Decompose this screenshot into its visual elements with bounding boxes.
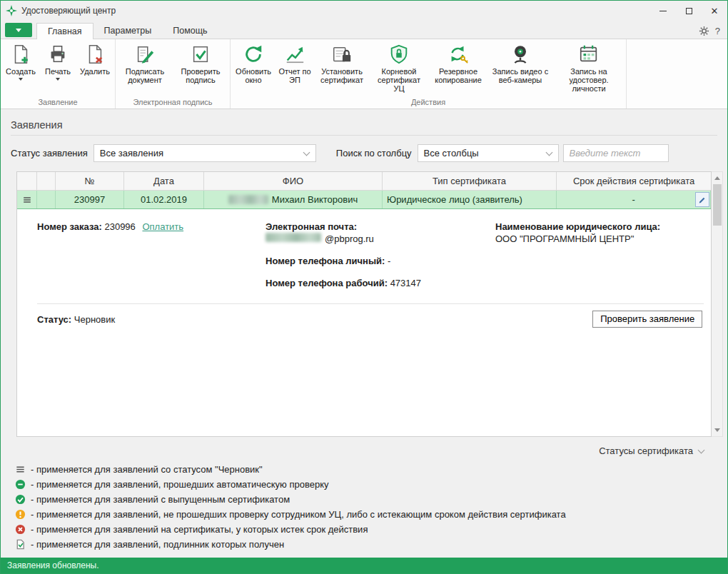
main-area: Заявления Статус заявления Все заявления… [1, 109, 727, 558]
legend-item: - применяется для заявлений со статусом … [15, 462, 717, 477]
expired-status-icon [15, 524, 26, 535]
printer-icon [47, 43, 69, 66]
phone-work-label: Номер телефона рабочий: [266, 278, 388, 288]
status-label: Статус: [37, 314, 71, 325]
ribbon-group-application: Создать Печать Удалить Заявлен [1, 39, 116, 109]
dropdown-caret-icon [56, 78, 60, 81]
email-label: Электронная почта: [266, 221, 495, 233]
email-domain: @pbprog.ru [325, 233, 374, 244]
sign-document-icon [134, 43, 156, 66]
row-edit-button[interactable] [695, 192, 709, 207]
row-validity-cell: - [557, 191, 711, 208]
root-certificate-button[interactable]: Корневой сертификат УЦ [369, 40, 429, 97]
page-title: Заявления [11, 119, 717, 131]
table-row[interactable]: 230997 01.02.2019 Михаил Викторович Юрид… [17, 191, 711, 209]
draft-status-icon [15, 464, 26, 475]
title-bar: Удостоверяющий центр ✕ [1, 1, 727, 21]
legend-toggle[interactable]: Статусы сертификата [5, 445, 704, 456]
id-record-icon [578, 43, 600, 66]
chevron-down-icon [303, 148, 310, 156]
install-certificate-button[interactable]: Установить сертификат [315, 40, 369, 97]
pencil-icon [698, 196, 707, 204]
shield-lock-icon [388, 43, 410, 66]
status-value: Черновик [74, 314, 115, 325]
help-icon[interactable]: ? [715, 26, 720, 36]
applications-table: № Дата ФИО Тип сертификата Срок действия… [16, 171, 712, 437]
check-application-button[interactable]: Проверить заявление [592, 311, 702, 328]
row-cert-type-cell: Юридическое лицо (заявитель) [383, 191, 557, 208]
webcam-icon [510, 43, 531, 66]
ribbon-group-label: Действия [232, 97, 625, 109]
status-filter-label: Статус заявления [11, 148, 88, 158]
vertical-scrollbar[interactable] [712, 171, 723, 437]
maximize-button[interactable] [676, 1, 702, 21]
tab-parameters[interactable]: Параметры [93, 23, 163, 39]
number-column-header[interactable]: № [56, 172, 124, 190]
filter-bar: Статус заявления Все заявления Поиск по … [11, 144, 717, 162]
backup-icon [448, 43, 469, 66]
phone-work-value: 473147 [390, 278, 421, 288]
fio-column-header[interactable]: ФИО [204, 172, 383, 190]
search-input[interactable] [563, 144, 669, 162]
status-column-header[interactable] [17, 172, 37, 190]
tab-help[interactable]: Помощь [162, 23, 218, 39]
issued-status-icon [15, 494, 26, 505]
sign-document-button[interactable]: Подписать документ [117, 40, 173, 97]
print-button[interactable]: Печать [39, 40, 76, 97]
delete-button[interactable]: Удалить [76, 40, 113, 97]
gear-icon[interactable] [699, 26, 709, 36]
legend-item: - применяется для заявлений, прошедших а… [15, 477, 717, 492]
tab-home[interactable]: Главная [36, 23, 93, 39]
backup-button[interactable]: Резервное копирование [429, 40, 487, 97]
row-number-cell: 230997 [56, 191, 124, 208]
create-button[interactable]: Создать [2, 40, 39, 97]
redacted-surname [228, 195, 268, 204]
validity-column-header[interactable]: Срок действия сертификата [557, 172, 711, 190]
redacted-email-prefix [266, 233, 321, 242]
refresh-window-button[interactable]: Обновить окно [232, 40, 275, 97]
app-window: Удостоверяющий центр ✕ Главная Параметры… [1, 1, 727, 573]
new-document-icon [10, 43, 31, 66]
date-column-header[interactable]: Дата [124, 172, 204, 190]
scroll-down-icon[interactable] [714, 428, 720, 432]
ribbon: Создать Печать Удалить Заявлен [1, 39, 727, 109]
auto-check-status-icon [15, 479, 26, 490]
ribbon-tab-bar: Главная Параметры Помощь ? [1, 21, 727, 39]
ep-report-button[interactable]: Отчет по ЭП [275, 40, 315, 97]
report-chart-icon [284, 43, 305, 66]
app-menu-button[interactable] [5, 23, 32, 37]
chevron-down-icon [545, 148, 552, 156]
order-number-value: 230996 [104, 221, 135, 232]
order-number-label: Номер заказа: [37, 221, 102, 232]
row-fio-cell: Михаил Викторович [204, 191, 383, 208]
column-filter-label: Поиск по столбцу [336, 148, 412, 158]
close-button[interactable]: ✕ [702, 1, 727, 21]
app-logo-icon [6, 5, 17, 16]
dropdown-caret-icon [19, 78, 23, 81]
column-filter-select[interactable]: Все столбцы [418, 144, 559, 162]
status-filter-select[interactable]: Все заявления [93, 144, 316, 162]
verify-signature-icon [190, 43, 211, 66]
ribbon-group-label: Электронная подпись [117, 97, 228, 109]
phone-personal-label: Номер телефона личный: [266, 256, 385, 266]
status-bar-text: Заявления обновлены. [7, 560, 99, 570]
ribbon-group-signature: Подписать документ Проверить подпись Эле… [116, 39, 231, 109]
blank-column-header[interactable] [37, 172, 56, 190]
row-blank-cell [37, 191, 56, 208]
scrollbar-thumb[interactable] [713, 184, 722, 226]
status-legend: - применяется для заявлений со статусом … [5, 460, 723, 552]
pay-link[interactable]: Оплатить [142, 221, 183, 232]
ribbon-group-actions: Обновить окно Отчет по ЭП Установить сер… [231, 39, 627, 109]
scroll-up-icon[interactable] [714, 176, 720, 180]
row-status-cell [17, 191, 37, 208]
row-status-bar: Статус: Черновик Проверить заявление [17, 304, 711, 328]
id-record-button[interactable]: Запись на удостовер. личности [553, 40, 625, 97]
table-empty-area [17, 328, 711, 436]
verify-signature-button[interactable]: Проверить подпись [173, 40, 228, 97]
cert-type-column-header[interactable]: Тип сертификата [383, 172, 557, 190]
minimize-button[interactable] [650, 1, 676, 21]
draft-status-icon [22, 195, 32, 205]
status-bar: Заявления обновлены. [1, 558, 727, 573]
webcam-record-button[interactable]: Запись видео с веб-камеры [487, 40, 553, 97]
legend-item: - применяется для заявлений с выпущенным… [15, 492, 717, 507]
